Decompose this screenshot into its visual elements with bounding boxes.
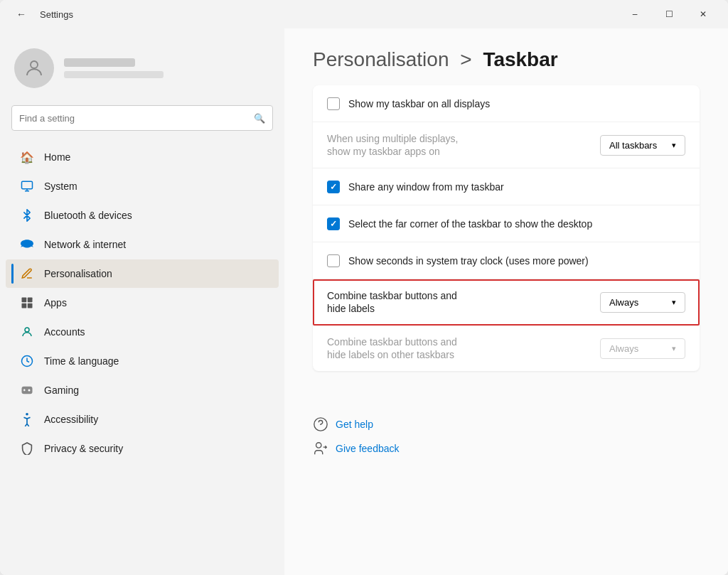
setting-row-show-taskbar: Show my taskbar on all displays — [313, 85, 700, 122]
sidebar-item-home[interactable]: 🏠 Home — [6, 143, 279, 171]
checkbox-show-taskbar[interactable] — [327, 97, 340, 110]
sidebar-item-label: Home — [44, 151, 70, 163]
accounts-icon — [20, 325, 34, 339]
get-help-icon — [313, 417, 328, 432]
sidebar-item-personalisation[interactable]: Personalisation — [6, 259, 279, 288]
back-button[interactable]: ← — [11, 4, 31, 24]
sidebar-item-label: Accounts — [44, 326, 85, 338]
user-info — [64, 58, 270, 78]
dropdown-combine-taskbar[interactable]: Always ▾ — [600, 292, 685, 313]
give-feedback-link[interactable]: Give feedback — [313, 441, 700, 456]
svg-rect-11 — [24, 389, 25, 391]
setting-label: Combine taskbar buttons andhide labels — [327, 290, 457, 314]
user-email-blurred — [64, 71, 164, 78]
sidebar-item-accounts[interactable]: Accounts — [6, 318, 279, 346]
checkbox-show-seconds[interactable] — [327, 254, 340, 267]
dropdown-taskbar-apps[interactable]: All taskbars ▾ — [600, 135, 685, 156]
breadcrumb-page: Taskbar — [483, 48, 557, 70]
get-help-label: Get help — [336, 419, 373, 430]
gaming-icon — [20, 383, 34, 397]
sidebar-item-label: Time & language — [44, 355, 119, 367]
breadcrumb-section: Personalisation — [313, 48, 449, 70]
svg-rect-4 — [22, 303, 27, 308]
main-content: Personalisation > Taskbar Show my taskba… — [284, 28, 728, 575]
sidebar-item-label: Gaming — [44, 385, 79, 396]
svg-rect-3 — [28, 298, 33, 303]
breadcrumb-arrow: > — [460, 48, 471, 70]
checkbox-share-window[interactable] — [327, 181, 340, 193]
sidebar-item-gaming[interactable]: Gaming — [6, 376, 279, 404]
svg-rect-2 — [22, 298, 27, 303]
setting-label: Show my taskbar on all displays — [348, 98, 685, 109]
search-input[interactable] — [19, 113, 248, 124]
svg-point-6 — [25, 328, 29, 332]
label-area: When using multiple displays,show my tas… — [327, 132, 600, 158]
checkbox-area: Share any window from my taskbar — [327, 181, 685, 193]
settings-container: Show my taskbar on all displays When usi… — [284, 85, 728, 399]
search-container: 🔍 — [0, 102, 284, 142]
checkbox-show-desktop[interactable] — [327, 217, 340, 230]
sidebar-item-label: Privacy & security — [44, 443, 123, 454]
svg-rect-1 — [22, 181, 33, 189]
setting-label-muted: Combine taskbar buttons andhide labels o… — [327, 336, 457, 360]
sidebar-item-accessibility[interactable]: Accessibility — [6, 405, 279, 434]
search-icon: 🔍 — [254, 113, 265, 124]
sidebar: 🔍 🏠 Home System Blu — [0, 28, 284, 575]
sidebar-item-system[interactable]: System — [6, 172, 279, 200]
label-area: Combine taskbar buttons andhide labels — [327, 289, 600, 315]
avatar[interactable] — [14, 48, 54, 88]
setting-label: Select the far corner of the taskbar to … — [348, 218, 685, 230]
dropdown-chevron-icon: ▾ — [672, 298, 676, 307]
svg-rect-5 — [28, 303, 33, 308]
checkbox-area: Show seconds in system tray clock (uses … — [327, 254, 685, 267]
feedback-icon — [313, 441, 328, 456]
settings-window: ← Settings – ☐ ✕ — [0, 0, 728, 575]
network-icon — [20, 237, 34, 252]
user-name-blurred — [64, 58, 135, 67]
label-area: Combine taskbar buttons andhide labels o… — [327, 335, 600, 361]
svg-point-9 — [28, 389, 31, 392]
user-section — [0, 37, 284, 102]
time-icon — [20, 354, 34, 368]
svg-point-0 — [31, 61, 38, 68]
setting-label: Share any window from my taskbar — [348, 181, 685, 193]
dropdown-chevron-icon: ▾ — [672, 141, 676, 150]
sidebar-item-label: Apps — [44, 297, 67, 308]
system-icon — [20, 179, 34, 193]
search-box[interactable]: 🔍 — [11, 105, 273, 131]
get-help-link[interactable]: Get help — [313, 417, 700, 432]
sidebar-item-apps[interactable]: Apps — [6, 289, 279, 317]
sidebar-item-bluetooth[interactable]: Bluetooth & devices — [6, 201, 279, 230]
apps-icon — [20, 296, 34, 310]
setting-row-show-seconds: Show seconds in system tray clock (uses … — [313, 242, 700, 279]
svg-point-14 — [316, 443, 321, 448]
settings-card: Show my taskbar on all displays When usi… — [313, 85, 700, 371]
close-button[interactable]: ✕ — [687, 3, 719, 26]
setting-label-muted: When using multiple displays,show my tas… — [327, 133, 458, 157]
dropdown-chevron-icon: ▾ — [672, 344, 676, 353]
maximize-button[interactable]: ☐ — [653, 3, 685, 26]
titlebar-left: ← Settings — [11, 4, 73, 24]
sidebar-item-privacy[interactable]: Privacy & security — [6, 434, 279, 463]
dropdown-value: Always — [609, 343, 638, 354]
setting-label: Show seconds in system tray clock (uses … — [348, 255, 685, 267]
sidebar-item-label: Bluetooth & devices — [44, 210, 132, 221]
page-header: Personalisation > Taskbar — [284, 28, 728, 85]
sidebar-item-network[interactable]: Network & internet — [6, 230, 279, 259]
sidebar-item-label: Accessibility — [44, 414, 98, 425]
dropdown-combine-other[interactable]: Always ▾ — [600, 338, 685, 359]
personalisation-icon — [20, 267, 34, 281]
setting-row-multiple-displays: When using multiple displays,show my tas… — [313, 122, 700, 168]
bluetooth-icon — [20, 208, 34, 222]
home-icon: 🏠 — [20, 150, 34, 164]
titlebar-controls: – ☐ ✕ — [619, 3, 719, 26]
content-area: 🔍 🏠 Home System Blu — [0, 28, 728, 575]
checkbox-area: Show my taskbar on all displays — [327, 97, 685, 110]
titlebar: ← Settings – ☐ ✕ — [0, 0, 728, 28]
dropdown-value: All taskbars — [609, 140, 657, 151]
dropdown-value: Always — [609, 297, 638, 308]
sidebar-item-time[interactable]: Time & language — [6, 347, 279, 375]
nav-list: 🏠 Home System Bluetooth & devices — [0, 142, 284, 463]
sidebar-item-label: Network & internet — [44, 239, 126, 250]
minimize-button[interactable]: – — [619, 3, 651, 26]
